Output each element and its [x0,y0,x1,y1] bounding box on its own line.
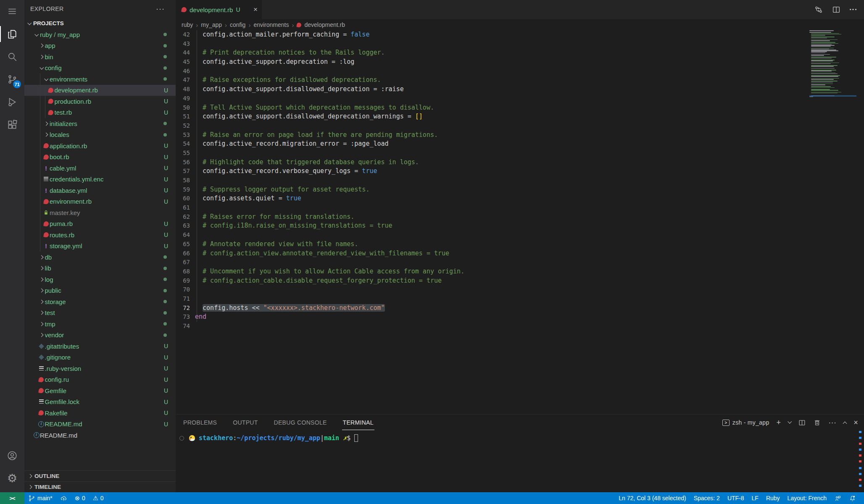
code-line-49[interactable]: 49 [176,94,864,103]
status-layout-french[interactable]: Layout: French [784,492,830,504]
tree-file-readme-md[interactable]: iREADME.mdU [24,419,176,430]
close-panel-icon[interactable]: × [853,418,858,427]
code-line-56[interactable]: 56 # Highlight code that triggered datab… [176,158,864,167]
remote-indicator[interactable]: >< [0,492,24,504]
tree-file-gemfile-lock[interactable]: Gemfile.lockU [24,396,176,408]
panel-tab-problems[interactable]: PROBLEMS [182,415,218,430]
timeline-section-header[interactable]: TIMELINE [24,481,176,492]
code-line-46[interactable]: 46 [176,67,864,76]
code-line-66[interactable]: 66 # config.action_view.annotate_rendere… [176,249,864,258]
tree-folder-storage[interactable]: storage [24,296,176,307]
tree-file-gemfile[interactable]: GemfileU [24,385,176,396]
sidebar-more-actions-icon[interactable]: ··· [156,5,165,13]
status-bell-icon[interactable] [845,492,860,504]
minimap[interactable] [809,30,856,98]
tree-folder-initializers[interactable]: initializers [24,118,176,129]
status-warning-icon[interactable]: ⚠0 [89,492,108,504]
code-editor[interactable]: 42 config.action_mailer.perform_caching … [176,30,864,414]
code-line-61[interactable]: 61 [176,203,864,213]
status-branch-icon[interactable]: main* [24,492,56,504]
code-line-72[interactable]: 72 config.hosts << "<xxxxxx>.stackhero-n… [176,304,864,313]
breadcrumb-item[interactable]: my_app [201,21,222,28]
activity-bar-menu-icon[interactable] [0,0,24,23]
panel-more-actions-icon[interactable]: ··· [828,418,836,427]
tree-file-test-rb[interactable]: test.rbU [24,107,176,118]
tree-file-puma-rb[interactable]: puma.rbU [24,218,176,230]
panel-tab-debug-console[interactable]: DEBUG CONSOLE [273,415,328,430]
tree-file-readme-md[interactable]: iREADME.md [24,430,176,441]
tree-file-cable-yml[interactable]: !cable.ymlU [24,163,176,174]
activity-bar-run-debug-icon[interactable] [0,91,24,113]
code-line-60[interactable]: 60 config.assets.quiet = true [176,194,864,203]
tree-folder-locales[interactable]: locales [24,129,176,141]
tree-folder-log[interactable]: log [24,274,176,285]
code-line-63[interactable]: 63 # config.i18n.raise_on_missing_transl… [176,221,864,231]
status-ruby[interactable]: Ruby [762,492,784,504]
code-line-45[interactable]: 45 config.active_support.deprecation = :… [176,58,864,67]
code-line-50[interactable]: 50 # Tell Active Support which deprecati… [176,103,864,113]
breadcrumb-item[interactable]: development.rb [304,21,345,28]
panel-tab-terminal[interactable]: TERMINAL [342,415,374,430]
code-line-70[interactable]: 70 [176,285,864,294]
status-utf-8[interactable]: UTF-8 [724,492,748,504]
code-line-53[interactable]: 53 # Raise an error on page load if ther… [176,131,864,140]
kill-terminal-icon[interactable] [813,419,821,427]
status-error-icon[interactable]: ⊗0 [71,492,89,504]
tree-folder-db[interactable]: db [24,252,176,263]
tree-folder-bin[interactable]: bin [24,51,176,63]
activity-bar-settings-gear-icon[interactable]: ⚙ [0,467,24,490]
status-cloud-upload-icon[interactable] [56,492,71,504]
split-editor-icon[interactable] [832,5,841,14]
outline-section-header[interactable]: OUTLINE [24,470,176,481]
status-feedback-icon[interactable] [830,492,845,504]
new-terminal-icon[interactable]: + [776,418,781,427]
code-line-62[interactable]: 62 # Raises error for missing translatio… [176,213,864,222]
tree-file-credentials-yml-enc[interactable]: credentials.yml.encU [24,174,176,185]
tree-folder-lib[interactable]: lib [24,263,176,274]
tree-file-application-rb[interactable]: application.rbU [24,140,176,152]
maximize-panel-icon[interactable] [843,421,847,425]
tree-file-rakefile[interactable]: RakefileU [24,407,176,419]
close-tab-icon[interactable]: × [253,5,258,14]
tree-file--gitattributes[interactable]: .gitattributesU [24,341,176,352]
tree-folder-config[interactable]: config [24,63,176,74]
code-line-44[interactable]: 44 # Print deprecation notices to the Ra… [176,48,864,58]
activity-bar-search-icon[interactable] [0,45,24,68]
tree-folder-environments[interactable]: environments [24,74,176,85]
code-line-58[interactable]: 58 [176,176,864,185]
code-line-71[interactable]: 71 [176,294,864,304]
status-lf[interactable]: LF [748,492,762,504]
projects-section-header[interactable]: PROJECTS [24,18,176,29]
activity-bar-source-control-icon[interactable]: 71 [0,68,24,91]
code-line-43[interactable]: 43 [176,39,864,49]
editor-more-actions-icon[interactable]: ··· [849,5,857,14]
code-line-57[interactable]: 57 config.active_record.verbose_query_lo… [176,167,864,176]
split-terminal-icon[interactable] [798,419,806,427]
tree-file-config-ru[interactable]: config.ruU [24,374,176,386]
tree-file-routes-rb[interactable]: routes.rbU [24,229,176,241]
tree-file-database-yml[interactable]: !database.ymlU [24,185,176,196]
code-line-47[interactable]: 47 # Raise exceptions for disallowed dep… [176,76,864,85]
tree-folder-test[interactable]: test [24,307,176,319]
code-line-67[interactable]: 67 [176,258,864,267]
breadcrumb-item[interactable]: environments [253,21,289,28]
code-line-48[interactable]: 48 config.active_support.disallowed_depr… [176,85,864,94]
tree-file-storage-yml[interactable]: !storage.ymlU [24,241,176,252]
open-changes-icon[interactable] [814,5,823,14]
tree-file--ruby-version[interactable]: .ruby-versionU [24,363,176,374]
tree-folder-vendor[interactable]: vendor [24,330,176,341]
breadcrumb-item[interactable]: config [230,21,245,28]
code-line-65[interactable]: 65 # Annotate rendered view with file na… [176,240,864,249]
tree-folder-app[interactable]: app [24,40,176,52]
tree-file-boot-rb[interactable]: boot.rbU [24,152,176,163]
breadcrumb-item[interactable]: ruby [182,21,193,28]
code-line-51[interactable]: 51 config.active_support.disallowed_depr… [176,112,864,121]
code-line-55[interactable]: 55 [176,149,864,158]
tree-folder-ruby-my-app[interactable]: ruby / my_app [24,29,176,40]
tree-file-environment-rb[interactable]: environment.rbU [24,196,176,207]
code-line-69[interactable]: 69 # config.action_cable.disable_request… [176,276,864,286]
activity-bar-extensions-icon[interactable] [0,113,24,136]
activity-bar-account-icon[interactable] [0,444,24,467]
tree-file-master-key[interactable]: master.key [24,207,176,218]
code-line-74[interactable]: 74 [176,322,864,331]
